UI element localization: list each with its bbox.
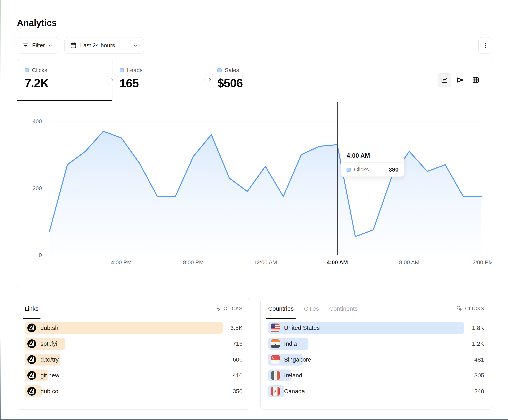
dub-logo-icon — [27, 371, 36, 380]
chevron-down-icon — [48, 43, 53, 48]
tab-continents[interactable]: Continents — [329, 298, 358, 319]
tooltip-legend-swatch — [347, 168, 351, 172]
links-card: Links CLICKS dub.sh3.5Kspti.fyi716d.to/t… — [17, 298, 250, 410]
date-range-button[interactable]: Last 24 hours — [64, 37, 144, 53]
x-axis-tick: 12:00 PM — [469, 259, 492, 266]
more-options-button[interactable] — [478, 37, 492, 53]
window-left-edge — [0, 0, 0, 420]
sales-tab-label: Sales — [225, 67, 239, 73]
area-fill — [49, 131, 481, 255]
dub-logo-icon — [27, 387, 36, 396]
sales-tab-value: $506 — [217, 76, 308, 90]
country-row[interactable]: Singapore481 — [268, 354, 484, 366]
countries-rows: United States1.8KIndia1.2KSingapore481Ir… — [261, 319, 492, 397]
leads-tab-label: Leads — [127, 67, 143, 73]
y-axis-tick: 400 — [32, 118, 42, 124]
cursor-click-icon — [456, 305, 463, 312]
countries-metric-label: CLICKS — [465, 306, 484, 311]
link-clicks-value: 410 — [233, 372, 243, 379]
link-label: dub.sh — [40, 325, 58, 331]
analytics-page: Analytics Filter Last 24 hours — [17, 0, 492, 410]
chart-type-switcher — [438, 73, 482, 87]
y-axis-tick: 0 — [39, 252, 42, 258]
window-top-edge — [0, 0, 508, 0]
metric-expand-chevron-button[interactable] — [204, 74, 216, 85]
chart-tooltip: 4:00 AM Clicks 380 — [341, 148, 404, 177]
tooltip-value: 380 — [388, 166, 398, 173]
in-flag-icon — [271, 339, 280, 348]
country-label: United States — [284, 325, 320, 331]
x-axis-tick: 8:00 AM — [399, 259, 419, 266]
country-clicks-value: 1.8K — [472, 325, 484, 331]
filter-icon — [22, 42, 29, 49]
link-clicks-value: 350 — [233, 388, 243, 395]
country-row[interactable]: India1.2K — [268, 338, 484, 350]
x-axis-tick: 4:00 AM — [327, 259, 348, 266]
cursor-click-icon — [215, 305, 221, 312]
page-title: Analytics — [17, 17, 492, 28]
links-clicks-sort-selector[interactable]: CLICKS — [215, 305, 243, 312]
analytics-chart-card: Clicks 7.2K Leads 165 Sales $506 — [17, 59, 492, 288]
link-label: git.new — [40, 372, 59, 379]
country-clicks-value: 481 — [474, 356, 484, 363]
leads-tab-value: 165 — [120, 76, 210, 90]
clicks-tab-value: 7.2K — [25, 76, 112, 90]
country-clicks-value: 305 — [474, 372, 484, 379]
link-row[interactable]: dub.co350 — [25, 385, 243, 397]
leads-legend-swatch — [120, 68, 124, 72]
dub-logo-icon — [27, 324, 36, 332]
country-clicks-value: 1.2K — [472, 340, 484, 347]
tab-clicks[interactable]: Clicks 7.2K — [17, 59, 112, 101]
link-row[interactable]: dub.sh3.5K — [25, 322, 243, 334]
metric-expand-chevron-button[interactable] — [106, 74, 118, 85]
tooltip-series-label: Clicks — [354, 167, 369, 173]
country-row[interactable]: United States1.8K — [268, 322, 484, 334]
line-chart-view-button[interactable] — [438, 73, 451, 87]
calendar-icon — [70, 42, 77, 49]
link-row[interactable]: git.new410 — [25, 369, 243, 381]
sg-flag-icon — [271, 355, 280, 364]
country-clicks-value: 240 — [474, 388, 484, 395]
toolbar: Filter Last 24 hours — [17, 37, 492, 53]
dub-logo-icon — [27, 355, 36, 364]
kebab-menu-icon — [482, 42, 489, 49]
link-row[interactable]: d.to/try606 — [25, 354, 243, 366]
link-label: d.to/try — [40, 356, 59, 363]
country-label: Ireland — [284, 372, 302, 379]
us-flag-icon — [271, 324, 280, 332]
x-axis-tick: 12:00 AM — [254, 259, 277, 266]
clicks-tab-label: Clicks — [32, 67, 47, 73]
country-row[interactable]: Ireland305 — [268, 369, 484, 381]
breakdown-cards: Links CLICKS dub.sh3.5Kspti.fyi716d.to/t… — [17, 298, 492, 410]
table-view-button[interactable] — [469, 73, 482, 87]
metric-tabs: Clicks 7.2K Leads 165 Sales $506 — [17, 59, 492, 101]
link-label: dub.co — [40, 388, 58, 395]
country-label: Canada — [284, 388, 305, 395]
ie-flag-icon — [271, 371, 280, 380]
tab-sales[interactable]: Sales $506 — [210, 59, 308, 101]
country-label: India — [284, 340, 297, 347]
tab-cities[interactable]: Cities — [304, 298, 319, 319]
country-row[interactable]: Canada240 — [268, 385, 484, 397]
filter-button[interactable]: Filter — [17, 37, 59, 53]
x-axis-tick: 8:00 PM — [183, 259, 204, 266]
countries-card: Countries Cities Continents CLICKS Unite… — [261, 298, 492, 410]
links-metric-label: CLICKS — [224, 306, 243, 311]
links-rows: dub.sh3.5Kspti.fyi716d.to/try606git.new4… — [17, 319, 250, 397]
link-label: spti.fyi — [40, 340, 57, 347]
link-row[interactable]: spti.fyi716 — [25, 338, 243, 350]
link-clicks-value: 716 — [233, 340, 243, 347]
line-chart-icon — [440, 76, 448, 84]
tab-leads[interactable]: Leads 165 — [112, 59, 210, 101]
countries-clicks-sort-selector[interactable]: CLICKS — [456, 305, 484, 312]
tab-links[interactable]: Links — [25, 298, 38, 319]
funnel-chart-icon — [456, 76, 464, 84]
clicks-time-series-chart[interactable]: 40020004:00 PM8:00 PM12:00 AM4:00 AM8:00… — [17, 101, 492, 288]
sales-legend-swatch — [217, 68, 222, 72]
filter-button-label: Filter — [32, 42, 45, 49]
dub-logo-icon — [27, 339, 36, 348]
tab-countries[interactable]: Countries — [268, 298, 294, 319]
funnel-chart-view-button[interactable] — [453, 73, 467, 87]
country-label: Singapore — [284, 356, 311, 363]
hover-crosshair-line — [337, 102, 338, 255]
